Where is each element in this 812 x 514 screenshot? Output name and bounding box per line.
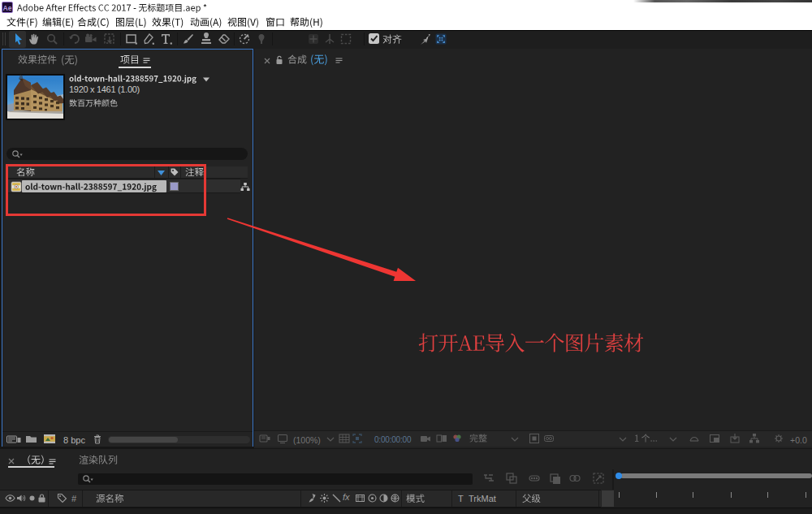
- svg-text:Ae: Ae: [3, 4, 12, 12]
